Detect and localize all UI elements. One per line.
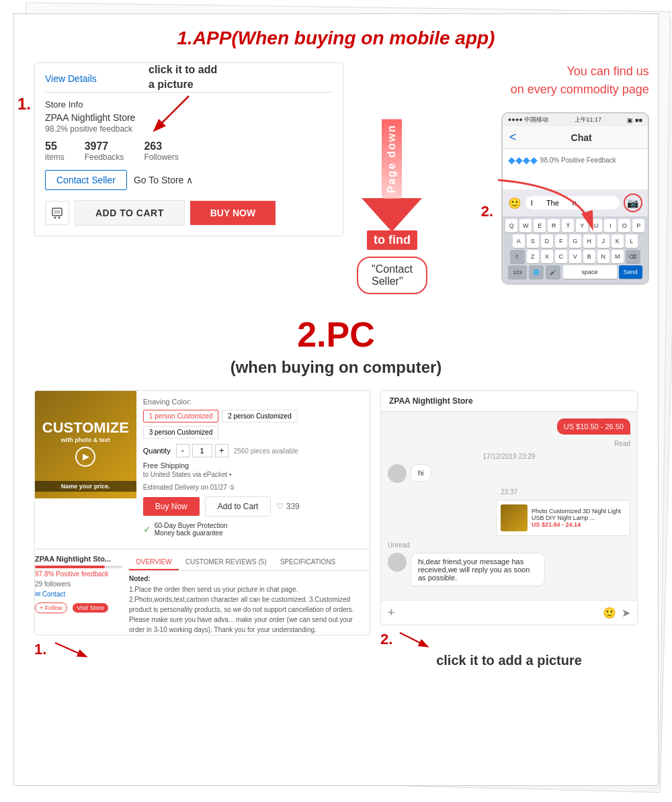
chat-timestamp-2: 23:37 <box>388 488 630 496</box>
qty-plus[interactable]: + <box>215 444 228 457</box>
noted-items: 1.Place the order then send us your pict… <box>129 584 370 635</box>
qty-minus[interactable]: - <box>176 444 190 457</box>
pc-store-info: ZPAA Nightlight Sto... 97.8% Positive fe… <box>35 555 122 635</box>
phone-back-button[interactable]: < <box>509 130 517 144</box>
key-o[interactable]: O <box>618 219 630 232</box>
key-send[interactable]: Send <box>619 265 642 279</box>
pc-left-panel: CUSTOMIZE with photo & text ▶ Name your … <box>34 390 370 668</box>
tab-specifications[interactable]: SPECIFICATIONS <box>274 555 343 570</box>
option-1person[interactable]: 1 person Customized <box>143 410 219 422</box>
cart-icon <box>45 201 69 225</box>
contact-seller-bubble: "Contact Seller" <box>357 257 427 294</box>
section-2-title-main: 2.PC <box>34 314 638 355</box>
phone-nav-bar: < Chat <box>503 126 648 149</box>
svg-line-7 <box>55 643 85 656</box>
pc-annotation-1-number: 1. <box>34 641 46 658</box>
quantity-control: - + <box>176 444 228 457</box>
buyer-protection-text: 60-Day Buyer Protection <box>155 522 228 529</box>
svg-point-3 <box>58 217 60 219</box>
pc-section: CUSTOMIZE with photo & text ▶ Name your … <box>34 390 638 668</box>
pc-store-followers: 29 followers <box>35 580 122 588</box>
quantity-row: Quantity - + 2560 pieces available <box>143 444 363 457</box>
chat-timestamp-1: 17/12/2019 23:29 <box>388 453 630 460</box>
key-globe[interactable]: 🌐 <box>529 265 544 279</box>
camera-button[interactable]: 📷 <box>624 193 642 212</box>
pc-feedback-bar <box>35 566 122 568</box>
engraving-label: Enaving Color: <box>143 398 363 406</box>
go-to-store-button[interactable]: Go To Store <box>134 175 193 185</box>
option-2person[interactable]: 2 person Customized <box>222 410 298 422</box>
phone-chat-title: Chat <box>521 132 640 143</box>
stat-feedbacks-label: Feedbacks <box>85 152 124 162</box>
tab-reviews[interactable]: CUSTOMER REVIEWS (5) <box>179 555 274 570</box>
pc-chat-messages: US $10.50 - 26.50 Read 17/12/2019 23:29 … <box>381 412 637 600</box>
svg-line-8 <box>400 633 427 646</box>
contact-seller-button[interactable]: Contact Seller <box>45 170 127 190</box>
pc-chat-text-input[interactable] <box>401 605 597 621</box>
shield-icon: ✓ <box>143 524 151 535</box>
pc-product-image: CUSTOMIZE with photo & text ▶ Name your … <box>35 391 136 498</box>
free-shipping: Free Shipping <box>143 461 363 470</box>
pc-store-percent: 97.8% Positive feedback <box>35 570 122 578</box>
option-buttons: 1 person Customized 2 person Customized … <box>143 410 363 439</box>
click-add-annotation: click it to adda picture <box>149 62 217 93</box>
pc-action-buttons: Buy Now Add to Cart ♡ 339 <box>143 496 363 517</box>
key-123[interactable]: 123 <box>508 265 527 279</box>
chat-reply-avatar <box>388 553 407 572</box>
pc-chat-emoji-button[interactable]: 🙂 <box>603 607 616 619</box>
pc-buy-now-button[interactable]: Buy Now <box>143 497 200 516</box>
pc-feedback-fill <box>35 566 105 568</box>
you-can-find-text: You can find uson every commodity page <box>511 62 649 99</box>
key-m[interactable]: M <box>612 250 624 263</box>
pc-product-screenshot: CUSTOMIZE with photo & text ▶ Name your … <box>34 390 370 635</box>
annotation-1-number: 1. <box>17 95 31 114</box>
store-stats: 55 items 3977 Feedbacks 263 Followers <box>45 140 333 162</box>
chat-product-info: Photo Customized 3D Night Light USB DIY … <box>532 508 626 528</box>
phone-feedback: ◆◆◆◆ 98.0% Positive Feedback <box>508 154 642 165</box>
wishlist-button[interactable]: ♡ 339 <box>276 502 299 511</box>
svg-line-0 <box>155 96 189 130</box>
pc-chat-send-button[interactable]: ➤ <box>622 607 630 619</box>
chat-unread-label: Unread <box>388 541 630 549</box>
noted-title: Noted: <box>129 575 370 582</box>
pc-annotation-2-number: 2. <box>380 631 392 648</box>
section-1-title: 1.APP(When buying on mobile app) <box>34 28 638 49</box>
pc-bottom-store: ZPAA Nightlight Sto... 97.8% Positive fe… <box>35 549 370 635</box>
add-to-cart-button[interactable]: ADD TO CART <box>75 200 185 226</box>
chat-product-title: Photo Customized 3D Night Light USB DIY … <box>532 508 626 521</box>
key-space[interactable]: space <box>563 265 617 279</box>
stat-items-number: 55 <box>45 140 65 152</box>
qty-available: 2560 pieces available <box>234 447 298 455</box>
buy-now-button[interactable]: BUY NOW <box>190 201 276 225</box>
to-find-label: to find <box>367 230 417 250</box>
chat-price-bubble: US $10.50 - 26.50 <box>557 418 630 435</box>
key-delete[interactable]: ⌫ <box>626 250 640 263</box>
pc-overview-section: OVERVIEW CUSTOMER REVIEWS (5) SPECIFICAT… <box>129 555 370 635</box>
pc-store-contact[interactable]: ✉ Contact <box>35 590 122 598</box>
chat-product-price: US $21.84 - 24.14 <box>532 521 626 528</box>
stat-feedbacks-number: 3977 <box>85 140 124 152</box>
key-p[interactable]: P <box>632 219 644 232</box>
chat-reply-bubble: hi,dear friend,your message has received… <box>411 553 545 586</box>
qty-input[interactable] <box>192 444 212 457</box>
key-mic[interactable]: 🎤 <box>546 265 560 279</box>
chat-product-card: Photo Customized 3D Night Light USB DIY … <box>496 500 630 536</box>
chat-bubble-hi: hi <box>411 464 431 482</box>
svg-point-2 <box>54 217 56 219</box>
pc-chat-plus-button[interactable]: + <box>388 606 395 620</box>
chat-avatar <box>388 464 407 483</box>
key-l[interactable]: L <box>626 234 638 248</box>
page-down-label: Page down <box>382 119 402 198</box>
tab-overview[interactable]: OVERVIEW <box>129 555 179 570</box>
chat-product-card-wrapper: Photo Customized 3D Night Light USB DIY … <box>388 500 630 536</box>
option-3person[interactable]: 3 person Customized <box>143 426 219 439</box>
stat-followers-number: 263 <box>144 140 178 152</box>
pc-add-cart-button[interactable]: Add to Cart <box>205 496 271 517</box>
chat-msg-hi: hi <box>388 464 630 483</box>
pc-visit-store-button[interactable]: Visit Store <box>73 603 108 613</box>
key-k[interactable]: K <box>612 234 624 248</box>
read-label: Read <box>614 440 630 447</box>
chat-msg-read: Read <box>388 440 630 447</box>
pc-product-label: Name your price. <box>35 481 136 492</box>
pc-follow-button[interactable]: + Follow <box>35 603 67 613</box>
